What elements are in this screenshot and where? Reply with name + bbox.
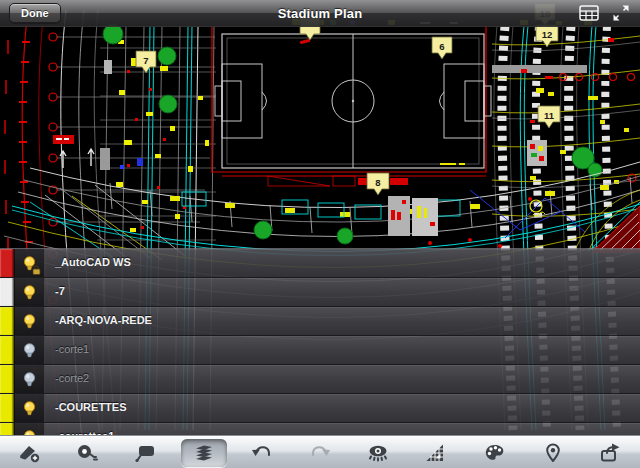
lock-icon — [32, 265, 41, 275]
layer-name: -COURETTES — [45, 394, 640, 422]
svg-text:7: 7 — [143, 55, 148, 66]
layer-name: -corte2 — [45, 365, 640, 393]
layer-visibility-toggle[interactable] — [14, 365, 45, 393]
location-button[interactable] — [524, 436, 582, 468]
draw-add-button[interactable] — [0, 436, 58, 468]
set-square-icon — [423, 442, 449, 464]
layer-visibility-toggle[interactable] — [14, 278, 45, 306]
thumbnails-grid-icon[interactable] — [578, 3, 600, 23]
lightbulb-icon — [21, 400, 38, 417]
palette-icon — [482, 442, 508, 464]
share-icon — [598, 442, 624, 464]
layer-name: _AutoCAD WS — [45, 249, 640, 277]
layer-row[interactable]: -corte1 — [0, 336, 640, 365]
layer-visibility-toggle[interactable] — [14, 336, 45, 364]
svg-text:8: 8 — [375, 177, 380, 188]
layer-color-swatch — [0, 307, 14, 335]
lightbulb-icon — [21, 284, 38, 301]
autocad-ws-app: 10 7 6 8 11 12 — [0, 0, 640, 468]
layer-color-swatch — [0, 365, 14, 393]
layers-button[interactable] — [175, 436, 233, 468]
layer-visibility-toggle[interactable] — [14, 249, 45, 277]
redo-button[interactable] — [291, 436, 349, 468]
visibility-eye-icon — [365, 442, 391, 464]
comment-icon — [132, 442, 158, 464]
bottom-toolbar — [0, 435, 640, 468]
layer-visibility-toggle[interactable] — [14, 394, 45, 422]
layer-color-swatch — [0, 278, 14, 306]
lightbulb-icon — [21, 371, 38, 388]
layer-color-swatch — [0, 336, 14, 364]
location-pin-icon — [540, 442, 566, 464]
layer-row[interactable]: -ARQ-NOVA-REDE — [0, 307, 640, 336]
lightbulb-icon — [21, 342, 38, 359]
measure-button[interactable] — [58, 436, 116, 468]
measure-tape-icon — [74, 442, 100, 464]
comment-button[interactable] — [116, 436, 174, 468]
visibility-button[interactable] — [349, 436, 407, 468]
layers-list: _AutoCAD WS -7 — [0, 249, 640, 436]
undo-button[interactable] — [233, 436, 291, 468]
layer-row[interactable]: -COURETTES — [0, 394, 640, 423]
share-button[interactable] — [582, 436, 640, 468]
lightbulb-icon — [21, 313, 38, 330]
svg-text:11: 11 — [544, 110, 555, 121]
layer-visibility-toggle[interactable] — [14, 307, 45, 335]
svg-text:6: 6 — [439, 41, 444, 52]
navigation-bar: Stadium Plan Done — [0, 0, 640, 27]
draw-add-icon — [16, 442, 42, 464]
layers-icon — [191, 442, 217, 464]
page-title: Stadium Plan — [0, 6, 640, 21]
layer-name: -ARQ-NOVA-REDE — [45, 307, 640, 335]
done-button[interactable]: Done — [9, 3, 61, 23]
svg-text:12: 12 — [542, 29, 553, 40]
layer-color-swatch — [0, 394, 14, 422]
layer-row[interactable]: -corte2 — [0, 365, 640, 394]
layer-row[interactable]: -7 — [0, 278, 640, 307]
layer-name: -7 — [45, 278, 640, 306]
layers-panel: _AutoCAD WS -7 — [0, 248, 640, 436]
undo-icon — [249, 442, 275, 464]
layer-name: -corte1 — [45, 336, 640, 364]
fullscreen-expand-icon[interactable] — [610, 3, 632, 23]
redo-icon — [307, 442, 333, 464]
layer-row[interactable]: _AutoCAD WS — [0, 249, 640, 278]
precision-button[interactable] — [407, 436, 465, 468]
layer-color-swatch — [0, 249, 14, 277]
palette-button[interactable] — [466, 436, 524, 468]
